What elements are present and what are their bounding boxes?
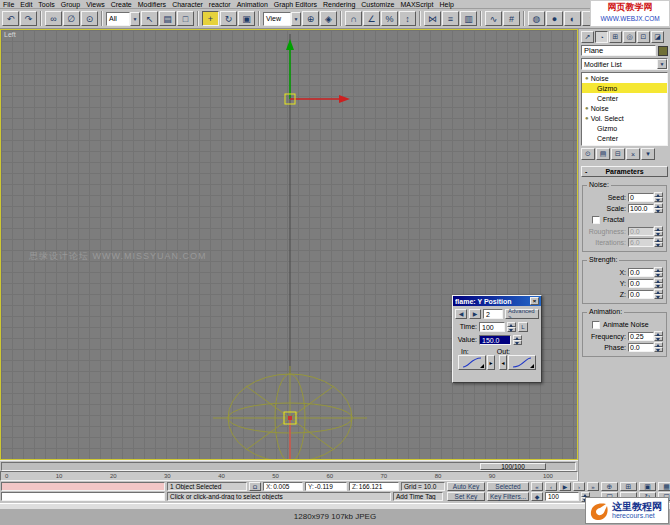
tab-display[interactable]: ⊡ <box>637 31 650 43</box>
play-button[interactable]: ▶ <box>559 482 571 491</box>
make-unique-button[interactable]: ⊟ <box>611 148 625 160</box>
chevron-down-icon[interactable]: ▼ <box>657 59 667 69</box>
fractal-checkbox[interactable] <box>592 216 600 224</box>
track-bar-ruler[interactable]: 0 10 20 30 40 50 60 70 80 90 100 <box>0 471 578 481</box>
rectangular-selection-region-button[interactable]: □ <box>177 11 194 26</box>
layer-manager-button[interactable]: ▥ <box>460 11 477 26</box>
listener-field[interactable] <box>1 492 165 501</box>
align-button[interactable]: ≡ <box>442 11 459 26</box>
snaps-toggle-button[interactable]: ∩ <box>345 11 362 26</box>
strength-z-field[interactable]: 0.0 <box>628 290 654 299</box>
time-field[interactable]: 100 <box>479 322 505 332</box>
menu-edit[interactable]: Edit <box>17 0 35 9</box>
select-object-button[interactable]: ↖ <box>141 11 158 26</box>
unlink-selection-button[interactable]: ∅ <box>63 11 80 26</box>
animate-noise-checkbox[interactable] <box>592 321 600 329</box>
zoom-extents-all-button[interactable]: ▦ <box>658 482 670 491</box>
zoom-button[interactable]: ⊕ <box>601 482 618 491</box>
strength-z-spinner[interactable] <box>654 289 663 299</box>
scale-field[interactable]: 100.0 <box>628 204 654 213</box>
zoom-all-button[interactable]: ⊞ <box>620 482 637 491</box>
value-field[interactable]: 150.0 <box>479 335 511 345</box>
frequency-field[interactable]: 0.25 <box>628 332 654 341</box>
menu-modifiers[interactable]: Modifiers <box>135 0 169 9</box>
render-scene-button[interactable]: ● <box>546 11 563 26</box>
strength-y-field[interactable]: 0.0 <box>628 279 654 288</box>
menu-help[interactable]: Help <box>436 0 456 9</box>
next-frame-button[interactable]: › <box>573 482 585 491</box>
menu-character[interactable]: Character <box>169 0 206 9</box>
time-slider-track[interactable]: 100/100 <box>1 462 576 471</box>
use-pivot-point-button[interactable]: ⊕ <box>302 11 319 26</box>
menu-reactor[interactable]: reactor <box>206 0 234 9</box>
previous-key-button[interactable]: ◀ <box>455 309 467 319</box>
scale-spinner[interactable] <box>654 203 663 213</box>
tab-motion[interactable]: ◎ <box>623 31 636 43</box>
time-spinner[interactable] <box>507 322 516 332</box>
viewport-label[interactable]: Left <box>4 31 16 38</box>
stack-item-gizmo-1[interactable]: Gizmo <box>582 83 667 93</box>
in-tangent-button[interactable] <box>458 355 486 370</box>
select-by-name-button[interactable]: ▤ <box>159 11 176 26</box>
stack-item-gizmo-2[interactable]: Gizmo <box>582 123 667 133</box>
menu-graph-editors[interactable]: Graph Editors <box>271 0 320 9</box>
spinner-snap-button[interactable]: ↕ <box>399 11 416 26</box>
out-tangent-button[interactable] <box>508 355 536 370</box>
material-editor-button[interactable]: ◍ <box>528 11 545 26</box>
modifier-list-dropdown[interactable]: Modifier List ▼ <box>581 58 668 70</box>
strength-x-field[interactable]: 0.0 <box>628 268 654 277</box>
show-end-result-button[interactable]: ▤ <box>596 148 610 160</box>
coord-y-field[interactable]: Y:-0.119 <box>305 482 347 491</box>
object-color-swatch[interactable] <box>658 46 668 56</box>
menu-group[interactable]: Group <box>58 0 83 9</box>
set-key-button[interactable]: Set Key <box>447 492 485 501</box>
object-name-field[interactable]: Plane <box>581 45 656 56</box>
next-key-button[interactable]: ▶ <box>469 309 481 319</box>
percent-snap-button[interactable]: % <box>381 11 398 26</box>
copy-tangent-next-button[interactable]: ▸ <box>487 355 495 370</box>
macro-recorder-field[interactable] <box>1 482 165 491</box>
auto-key-button[interactable]: Auto Key <box>447 482 485 491</box>
menu-animation[interactable]: Animation <box>234 0 271 9</box>
stack-item-center-2[interactable]: Center <box>582 133 667 143</box>
previous-frame-button[interactable]: ‹ <box>545 482 557 491</box>
time-slider-handle[interactable]: 100/100 <box>480 463 546 470</box>
stack-item-noise-2[interactable]: ● Noise <box>582 103 667 113</box>
menu-rendering[interactable]: Rendering <box>320 0 358 9</box>
angle-snap-button[interactable]: ∠ <box>363 11 380 26</box>
tab-create[interactable]: ↗ <box>581 31 594 43</box>
advanced-button[interactable]: Advanced > <box>505 309 539 319</box>
menu-customize[interactable]: Customize <box>358 0 397 9</box>
menu-maxscript[interactable]: MAXScript <box>397 0 436 9</box>
select-and-move-button[interactable]: + <box>202 11 219 26</box>
render-type-button[interactable]: ◐ <box>564 11 581 26</box>
key-number-field[interactable]: 2 <box>483 309 503 319</box>
value-spinner[interactable] <box>513 335 522 345</box>
coord-z-field[interactable]: Z:166.121 <box>349 482 399 491</box>
seed-spinner[interactable] <box>654 192 663 202</box>
undo-button[interactable]: ↶ <box>2 11 19 26</box>
add-time-tag-button[interactable]: Add Time Tag <box>393 492 443 501</box>
selection-filter-dropdown[interactable]: All ▼ <box>106 12 140 26</box>
phase-spinner[interactable] <box>654 342 663 352</box>
redo-button[interactable]: ↷ <box>20 11 37 26</box>
tab-hierarchy[interactable]: ⊞ <box>609 31 622 43</box>
key-filters-button[interactable]: Key Filters... <box>487 492 529 501</box>
coord-x-field[interactable]: X:0.005 <box>263 482 303 491</box>
stack-item-noise-1[interactable]: ● Noise <box>582 73 667 83</box>
menu-tools[interactable]: Tools <box>35 0 57 9</box>
tab-utilities[interactable]: ◪ <box>651 31 664 43</box>
key-mode-toggle-button[interactable]: ◆ <box>531 492 543 501</box>
go-to-end-button[interactable]: » <box>587 482 599 491</box>
dialog-titlebar[interactable]: flame: Y Position × <box>453 296 541 306</box>
mirror-button[interactable]: ⋈ <box>424 11 441 26</box>
chevron-down-icon[interactable]: ▼ <box>130 12 140 26</box>
phase-field[interactable]: 0.0 <box>628 343 654 352</box>
schematic-view-button[interactable]: # <box>503 11 520 26</box>
select-and-manipulate-button[interactable]: ◈ <box>320 11 337 26</box>
site-logo[interactable]: 这里教程网 herecours.net <box>585 497 669 524</box>
remove-modifier-button[interactable]: × <box>626 148 640 160</box>
stack-item-vol-select[interactable]: ● Vol. Select <box>582 113 667 123</box>
stack-item-center-1[interactable]: Center <box>582 93 667 103</box>
viewport-left[interactable]: Left 思缘设计论坛 WWW.MISSYUAN.COM <box>0 29 578 460</box>
